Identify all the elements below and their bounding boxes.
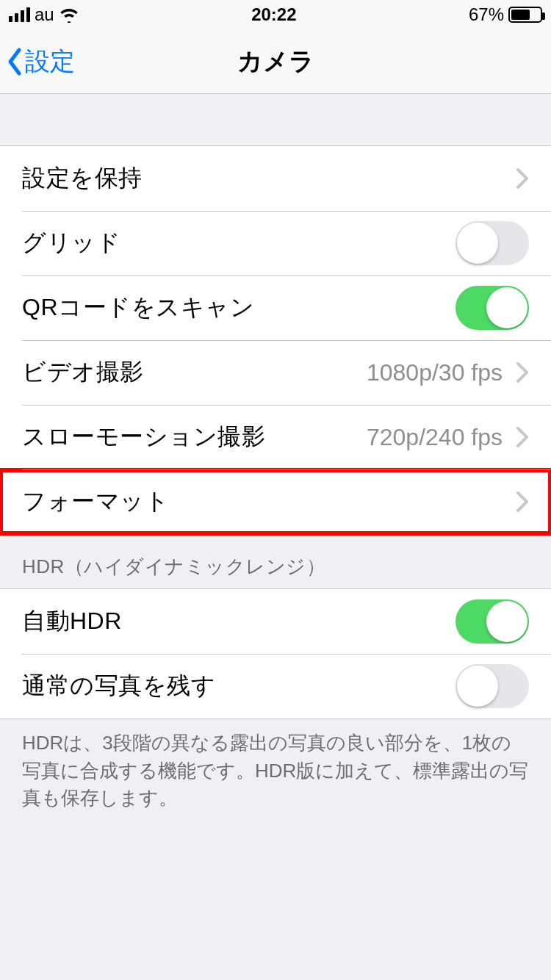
row-value: 1080p/30 fps [367,359,503,386]
row-grid[interactable]: グリッド [0,211,551,275]
row-auto-hdr[interactable]: 自動HDR [0,589,551,654]
page-title: カメラ [7,45,544,79]
row-label: 通常の写真を残す [22,670,215,702]
row-label: グリッド [22,227,120,259]
auto-hdr-toggle[interactable] [455,599,529,644]
row-label: ビデオ撮影 [22,356,144,389]
row-label: スローモーション撮影 [22,421,265,453]
wifi-icon [59,7,79,23]
chevron-right-icon [516,426,529,448]
battery-percentage: 67% [469,4,504,25]
row-value: 720p/240 fps [367,424,503,451]
section-footer-hdr: HDRは、3段階の異なる露出の写真の良い部分を、1枚の写真に合成する機能です。H… [0,719,551,827]
row-label: 自動HDR [22,605,122,638]
row-qr-scan[interactable]: QRコードをスキャン [0,275,551,340]
chevron-right-icon [516,361,529,383]
row-video-record[interactable]: ビデオ撮影 1080p/30 fps [0,340,551,405]
nav-bar: 設定 カメラ [0,29,551,94]
chevron-right-icon [516,491,529,513]
row-preserve-settings[interactable]: 設定を保持 [0,146,551,211]
settings-group-hdr: 自動HDR 通常の写真を残す [0,588,551,719]
row-keep-normal-photo[interactable]: 通常の写真を残す [0,654,551,718]
row-label: フォーマット [22,486,169,518]
section-header-hdr: HDR（ハイダイナミックレンジ） [0,535,551,588]
row-slomo[interactable]: スローモーション撮影 720p/240 fps [0,405,551,469]
settings-group-main: 設定を保持 グリッド QRコードをスキャン ビデオ撮影 1080p/30 fps… [0,145,551,535]
qr-scan-toggle[interactable] [455,286,529,330]
keep-normal-toggle[interactable] [455,664,529,708]
status-bar: au 20:22 67% [0,0,551,29]
section-spacer [0,94,551,145]
row-format[interactable]: フォーマット [0,469,551,534]
grid-toggle[interactable] [455,221,529,265]
status-time: 20:22 [251,4,296,25]
battery-icon [508,7,542,23]
status-right: 67% [469,4,542,25]
row-label: 設定を保持 [22,162,143,195]
carrier-label: au [35,4,54,25]
back-button[interactable]: 設定 [6,45,75,79]
chevron-right-icon [516,167,529,190]
cellular-signal-icon [9,7,30,22]
status-left: au [9,4,79,25]
chevron-left-icon [6,47,24,76]
row-label: QRコードをスキャン [22,292,254,324]
back-label: 設定 [25,45,75,79]
